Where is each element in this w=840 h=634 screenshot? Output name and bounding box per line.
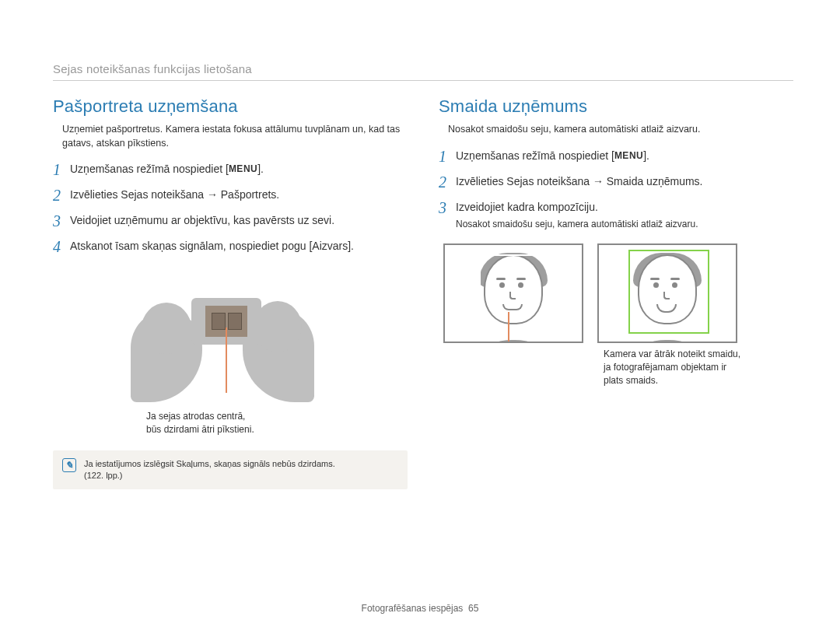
step-number: 3 [439,199,456,217]
smile-shot-title: Smaida uzņēmums [439,96,793,117]
figure-caption: Ja sejas atrodas centrā, [146,410,408,423]
step-2: 2 Izvēlieties Sejas noteikšana → Pašport… [53,187,408,205]
step-subtext: Nosakot smaidošu seju, kamera automātisk… [456,218,793,231]
callout-line [226,328,227,393]
preview-frame-neutral [443,243,583,343]
step-number: 2 [53,187,70,205]
page-footer: Fotografēšanas iespējas 65 [0,603,840,614]
step-number: 1 [439,148,456,166]
step-number: 4 [53,238,70,256]
step-text: Izveidojiet kadra kompozīciju. [456,201,598,213]
figure-caption: būs dzirdami ātri pīkstieni. [146,423,408,436]
footer-page: 65 [468,603,478,614]
step-number: 1 [53,161,70,179]
self-portrait-intro: Uzņemiet pašportretus. Kamera iestata fo… [53,123,408,150]
step-text: Uzņemšanas režīmā nospiediet [ [70,163,229,175]
self-portrait-title: Pašportreta uzņemšana [53,96,408,117]
step-number: 3 [53,212,70,230]
face-detect-box [628,250,709,334]
step-text: Izvēlieties Sejas noteikšana → Smaida uz… [456,173,793,189]
step-number: 2 [439,173,456,191]
info-note: ✎ Ja iestatījumos izslēgsit Skaļums, ska… [53,450,408,490]
step-text: Izvēlieties Sejas noteikšana → Pašportre… [70,187,408,202]
footer-section: Fotografēšanas iespējas [362,603,464,614]
step-2: 2 Izvēlieties Sejas noteikšana → Smaida … [439,173,793,191]
step-1: 1 Uzņemšanas režīmā nospiediet [MENU]. [439,148,793,166]
step-text: Uzņemšanas režīmā nospiediet [ [456,149,614,162]
step-text: ]. [257,163,264,175]
step-3: 3 Veidojiet uzņēmumu ar objektīvu, kas p… [53,212,408,230]
step-1: 1 Uzņemšanas režīmā nospiediet [MENU]. [53,161,408,179]
note-text: (122. lpp.) [84,470,335,482]
menu-icon: MENU [614,149,643,163]
breadcrumb: Sejas noteikšanas funkcijas lietošana [53,62,793,81]
preview-frame-smile [597,243,737,343]
step-3: 3 Izveidojiet kadra kompozīciju. Nosakot… [439,199,793,231]
figure-caption: ja fotografējamam objektam ir [604,361,793,374]
step-4: 4 Atskanot īsam skaņas signālam, nospied… [53,238,408,256]
smile-shot-figure [443,243,793,343]
note-text: Ja iestatījumos izslēgsit Skaļums, skaņa… [84,458,335,470]
figure-caption: plats smaids. [604,374,793,387]
self-portrait-figure [131,270,317,402]
info-icon: ✎ [62,458,76,472]
step-text: Veidojiet uzņēmumu ar objektīvu, kas pav… [70,212,408,228]
callout-line [508,312,509,343]
face-detect-box [479,254,551,331]
menu-icon: MENU [229,163,257,176]
step-text: Atskanot īsam skaņas signālam, nospiedie… [70,238,408,254]
step-text: ]. [643,149,649,162]
figure-caption: Kamera var ātrāk noteikt smaidu, [604,348,793,361]
smile-shot-intro: Nosakot smaidošu seju, kamera automātisk… [439,123,793,137]
